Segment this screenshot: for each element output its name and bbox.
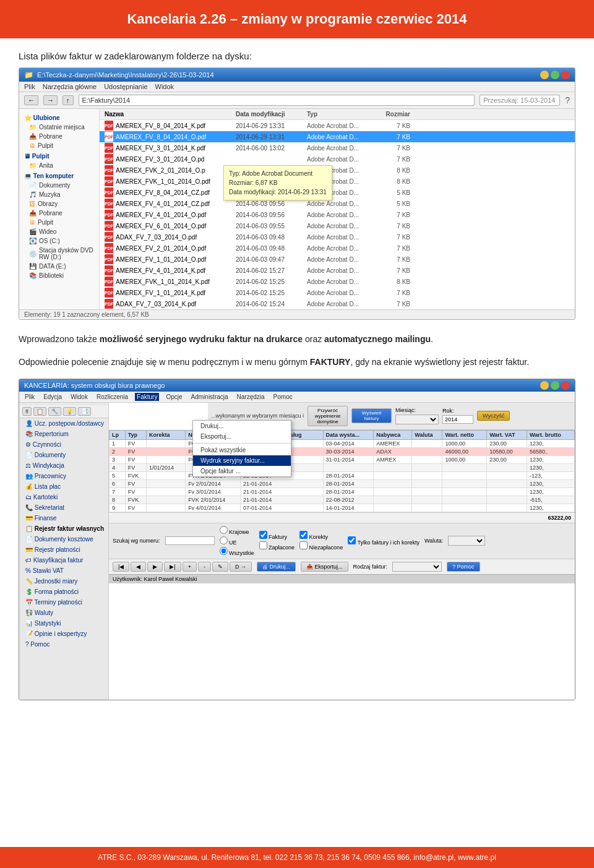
nav-windykacja[interactable]: ⚖ Windykacja [19,460,108,471]
menu-opcje[interactable]: Opcje [164,393,184,401]
sidebar-pulpit[interactable]: 🖥Pulpit [19,218,99,227]
file-row[interactable]: PDFAMEREX_FVK_2_01_2014_O.p Adobe Acroba… [100,165,575,176]
th-typ[interactable]: Typ [125,430,146,439]
szukaj-input[interactable] [165,536,215,545]
sidebar-pulpit-fav[interactable]: 🖥Pulpit [19,141,99,150]
search-bar[interactable]: Przeszukaj: 15-03-2014 [480,95,560,106]
th-vat[interactable]: Wart. VAT [487,430,527,439]
toolbar-btn-3[interactable]: 🔧 [48,407,61,416]
sidebar-osc[interactable]: 💽OS (C:) [19,236,99,246]
file-row[interactable]: PDFADAX_FV_7_03_2014_O.pdf 2014-06-03 09… [100,231,575,243]
nav-opinie[interactable]: 📝 Opinie i ekspertyzy [19,629,108,639]
nav-dokumenty[interactable]: 📄 Dokumenty [19,450,108,460]
table-row[interactable]: 2FVFv 7/04/201430-03-201430-03-2014ADAX4… [110,447,575,455]
nav-pracownicy[interactable]: 👥 Pracownicy [19,471,108,481]
nav-forma[interactable]: 💲 Forma płatności [19,587,108,597]
eksportuj-bottom[interactable]: 📤 Eksportuj... [301,562,348,572]
col-date-header[interactable]: Data modyfikacji [236,111,307,118]
toolbar-btn-5[interactable]: 📑 [78,407,91,416]
file-row[interactable]: PDFAMEREX_FV_4_01_2014_K.pdf 2014-06-02 … [100,265,575,276]
nav-lista-plac[interactable]: 💰 Lista płac [19,481,108,492]
file-row[interactable]: PDFAMEREX_FVK_1_01_2014_O.pdf 2014-06-03… [100,176,575,187]
sidebar-dokumenty[interactable]: 📄Dokumenty [19,181,99,190]
address-bar[interactable]: E:\Faktury\2014 [79,95,475,106]
cb-tylko-faktury[interactable]: Tylko faktury i ich korekty [348,536,420,546]
file-row[interactable]: PDFAMEREX_FV_1_01_2014_O.pdf 2014-06-03 … [100,254,575,265]
up-button[interactable]: ↑ [62,95,74,105]
cb-niezaplacone[interactable]: Niezapłacone [299,541,343,551]
nav-repertorium[interactable]: 📚 Repertorium [19,429,108,439]
file-row[interactable]: PDFAMEREX_FV_8_04_2014_CZ.pdf 2014-06-03… [100,187,575,198]
sidebar-pobrane[interactable]: 📥Pobrane [19,208,99,218]
nav-finanse[interactable]: 💳 Finanse [19,513,108,523]
menu-edycja[interactable]: Edycja [41,393,64,401]
col-name-header[interactable]: Nazwa [100,111,236,118]
radio-krajowe[interactable]: Krajowe [220,526,254,535]
sidebar-anita[interactable]: 📁Anita [19,161,99,170]
przywroc-button[interactable]: Przywróćwypełnieniedomyślne [308,406,348,426]
nav-first[interactable]: |◀ [113,562,129,572]
nav-add[interactable]: + [183,562,197,572]
table-row[interactable]: 5FVKFVK 1/01/201421-01-201428-01-2014-12… [110,471,575,479]
file-row[interactable]: PDFAMEREX_FV_3_01_2014_K.pdf 2014-06-00 … [100,142,575,153]
menu-widok-kanc[interactable]: Widok [69,393,90,401]
col-type-header[interactable]: Typ [307,111,378,118]
sidebar-wideo[interactable]: 🎬Wideo [19,227,99,236]
file-row[interactable]: PDFAMEREX_FV_8_04_2014_K.pdf 2014-06-29 … [100,120,575,131]
nav-next[interactable]: ▶ [147,562,163,572]
file-row[interactable]: PDFAMEREX_FV_1_01_2014_K.pdf 2014-06-02 … [100,287,575,298]
back-button[interactable]: ← [24,95,38,105]
nav-waluty[interactable]: 💱 Waluty [19,608,108,618]
dropdown-pokaz-wszystkie[interactable]: Pokaż wszystkie [193,445,291,455]
nav-terminy[interactable]: 📅 Terminy płatności [19,597,108,608]
file-row[interactable]: PDFAMEREX_FV_2_01_2014_O.pdf 2014-06-03 … [100,243,575,254]
nav-statystyki[interactable]: 📊 Statystyki [19,618,108,629]
table-row[interactable]: 3FVFv 6/01/201431-01-201431-01-2014AMREX… [110,455,575,463]
sidebar-obrazy[interactable]: 🖼Obrazy [19,199,99,208]
nav-klasyfikacja[interactable]: 🏷 Klasyfikacja faktur [19,555,108,565]
file-row[interactable]: PDFAMEREX_FV_6_01_2014_O.pdf 2014-06-03 … [100,220,575,231]
close-button[interactable] [561,71,570,79]
sidebar-biblioteki[interactable]: 📚Biblioteki [19,271,99,280]
sidebar-muzyka[interactable]: 🎵Muzyka [19,190,99,199]
table-row[interactable]: 1FVFv 8/04/201403-04-201403-04-2014AMERE… [110,439,575,447]
menu-widok[interactable]: Widok [155,83,174,90]
nav-jednostki[interactable]: 📏 Jednostki miary [19,576,108,587]
menu-narzedzia[interactable]: Narzędzia [235,393,267,401]
table-row[interactable]: 4FV1/01/20141230, [110,463,575,471]
waluta-select[interactable] [448,536,485,546]
dropdown-drukuj[interactable]: Drukuj... [193,421,291,431]
nav-rejestr-platnosci[interactable]: 💳 Rejestr płatności [19,544,108,555]
th-waluta[interactable]: Waluta [412,430,442,439]
th-netto[interactable]: Wart. netto [442,430,487,439]
dropdown-opcje-faktur[interactable]: Opcje faktur ... [193,466,291,476]
file-row[interactable]: PDFAMEREX_FV_4_01_2014_CZ.pdf 2014-06-03… [100,198,575,209]
file-row[interactable]: PDFAMEREX_FVK_1_01_2014_K.pdf 2014-06-02… [100,276,575,287]
rok-input[interactable] [442,415,473,424]
sidebar-dvd[interactable]: 💿Stacja dysków DVD RW (D:) [19,246,99,262]
dropdown-eksportuj[interactable]: Eksportuj... [193,431,291,442]
forward-button[interactable]: → [43,95,58,105]
sidebar-pobrane-fav[interactable]: 📥Pobrane [19,132,99,141]
th-korekta[interactable]: Korekta [146,430,185,439]
th-brutto[interactable]: Wart. brutto [527,430,575,439]
nav-prev[interactable]: ◀ [131,562,146,572]
nav-sekretariat[interactable]: 📞 Sekretariat [19,502,108,513]
nav-ucz[interactable]: 👤 Ucz. postępow./dostawcy [19,418,108,429]
pomoc-bottom[interactable]: ? Pomoc [447,562,480,572]
radio-ue[interactable]: UE [220,536,254,546]
th-lp[interactable]: Lp [110,430,126,439]
drukuj-bottom[interactable]: 🖨 Drukuj... [257,562,296,572]
menu-pomoc-kanc[interactable]: Pomoc [272,393,295,401]
file-row[interactable]: PDFAMEREX_FV_8_04_2014_O.pdf 2014-06-29 … [100,131,575,142]
menu-rozliczenia[interactable]: Rozliczenia [95,393,130,401]
table-row[interactable]: 6FVFv 2/01/201421-01-201428-01-20141230, [110,479,575,488]
miesiac-select[interactable] [395,415,439,424]
dropdown-wydruk-seryjny[interactable]: Wydruk seryjny faktur... [193,455,291,466]
nav-delete[interactable]: - [198,562,211,572]
col-size-header[interactable]: Rozmiar [378,111,415,118]
toolbar-btn-1[interactable]: !! [22,407,32,416]
nav-pomoc[interactable]: ? Pomoc [19,639,108,650]
file-row[interactable]: PDFAMEREX_FV_3_01_2014_O.pd Adobe Acroba… [100,153,575,165]
file-row[interactable]: PDFADAX_FV_7_03_2014_K.pdf 2014-06-02 15… [100,298,575,309]
